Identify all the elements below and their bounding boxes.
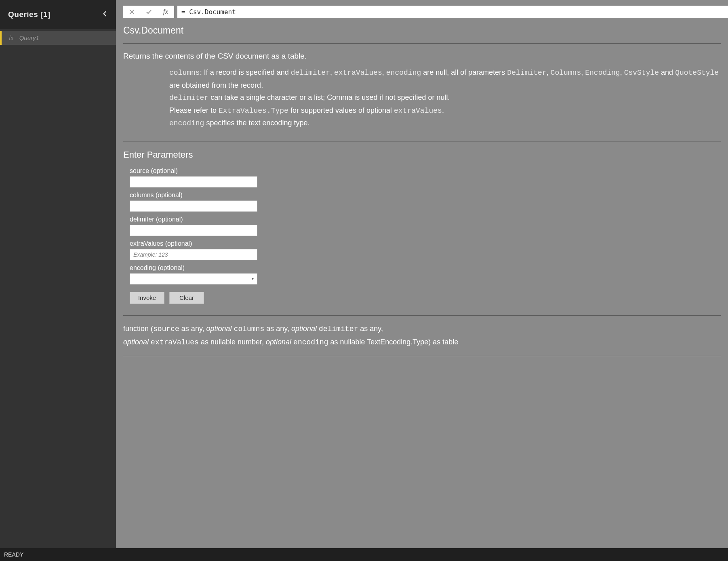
formula-commit-button[interactable] — [140, 6, 157, 18]
doc-token: columns — [169, 69, 200, 77]
sig-token: delimiter — [319, 325, 358, 333]
doc-token: encoding — [169, 119, 204, 127]
doc-text: , — [547, 68, 551, 76]
doc-token: extraValues — [394, 107, 442, 115]
fx-icon: fx — [9, 34, 14, 41]
sig-text: as any, — [264, 325, 291, 333]
doc-text: . — [442, 106, 444, 114]
doc-text: and — [659, 68, 675, 76]
fx-label: fx — [157, 6, 174, 18]
close-icon — [129, 9, 135, 15]
doc-text: , — [581, 68, 585, 76]
doc-title: Csv.Document — [123, 25, 721, 44]
doc-text: for supported values of optional — [288, 106, 394, 114]
sig-ital: optional — [206, 325, 232, 333]
doc-text: are null, all of parameters — [421, 68, 507, 76]
doc-text: : If a record is specified and — [200, 68, 291, 76]
param-source: source (optional) — [130, 167, 721, 188]
param-label: delimiter (optional) — [130, 216, 721, 223]
formula-controls: fx — [123, 6, 174, 18]
doc-details: columns: If a record is specified and de… — [123, 66, 721, 141]
checkmark-icon — [146, 9, 152, 15]
doc-token: Encoding — [585, 69, 620, 77]
doc-token: encoding — [386, 69, 421, 77]
doc-token: delimiter — [169, 94, 208, 102]
sig-text: as nullable number, — [199, 338, 266, 346]
doc-text: specifies the text encoding type. — [204, 119, 309, 127]
params-title: Enter Parameters — [123, 141, 721, 167]
query-name: Query1 — [19, 34, 39, 41]
sig-token: source — [153, 325, 179, 333]
content-panel: fx Csv.Document Returns the contents of … — [116, 0, 728, 548]
status-bar: READY — [0, 548, 728, 561]
function-signature: function (source as any, optional column… — [123, 315, 721, 356]
sig-ital: optional — [291, 325, 317, 333]
sig-token: columns — [234, 325, 265, 333]
param-label: extraValues (optional) — [130, 240, 721, 247]
param-label: encoding (optional) — [130, 264, 721, 272]
queries-sidebar: Queries [1] fx Query1 — [0, 0, 116, 548]
param-encoding: encoding (optional) ▾ — [130, 264, 721, 285]
sidebar-collapse-button[interactable] — [102, 11, 108, 18]
doc-token: ExtraValues.Type — [219, 107, 288, 115]
formula-cancel-button[interactable] — [123, 6, 140, 18]
clear-button[interactable]: Clear — [169, 292, 204, 304]
doc-token: QuoteStyle — [675, 69, 719, 77]
sig-text: as any, — [179, 325, 206, 333]
param-delimiter: delimiter (optional) — [130, 216, 721, 236]
doc-token: Columns — [551, 69, 581, 77]
sig-ital: optional — [123, 338, 149, 346]
doc-text: can take a single character or a list; C… — [208, 93, 450, 101]
formula-input[interactable] — [177, 6, 728, 18]
param-label: columns (optional) — [130, 192, 721, 199]
sig-token: encoding — [293, 338, 328, 346]
doc-token: Delimiter — [507, 69, 546, 77]
sig-text: as any, — [358, 325, 383, 333]
sig-text: as nullable TextEncoding.Type) as table — [328, 338, 459, 346]
doc-token: CsvStyle — [624, 69, 659, 77]
formula-bar: fx — [123, 6, 728, 18]
sidebar-header: Queries [1] — [0, 0, 116, 29]
doc-text: Please refer to — [169, 106, 219, 114]
sidebar-title: Queries [1] — [8, 10, 50, 19]
doc-token: delimiter — [291, 69, 330, 77]
doc-text: , — [620, 68, 624, 76]
status-text: READY — [4, 551, 23, 558]
param-input-delimiter[interactable] — [130, 225, 257, 236]
doc-text: , — [382, 68, 386, 76]
chevron-left-icon — [102, 11, 108, 17]
sig-ital: optional — [266, 338, 291, 346]
param-input-source[interactable] — [130, 176, 257, 188]
invoke-button[interactable]: Invoke — [130, 292, 164, 304]
doc-text: , — [330, 68, 334, 76]
param-extravalues: extraValues (optional) — [130, 240, 721, 260]
param-input-columns[interactable] — [130, 200, 257, 212]
sig-text: function ( — [123, 325, 153, 333]
sig-token: extraValues — [151, 338, 199, 346]
chevron-down-icon: ▾ — [252, 276, 254, 281]
param-input-extravalues[interactable] — [130, 249, 257, 260]
param-columns: columns (optional) — [130, 192, 721, 212]
param-label: source (optional) — [130, 167, 721, 175]
param-select-encoding[interactable]: ▾ — [130, 273, 257, 285]
doc-token: extraValues — [334, 69, 382, 77]
query-item[interactable]: fx Query1 — [0, 31, 116, 45]
doc-text: are obtained from the record. — [169, 81, 263, 89]
doc-summary: Returns the contents of the CSV document… — [123, 44, 721, 66]
doc-area: Csv.Document Returns the contents of the… — [116, 25, 728, 548]
button-row: Invoke Clear — [130, 292, 721, 304]
